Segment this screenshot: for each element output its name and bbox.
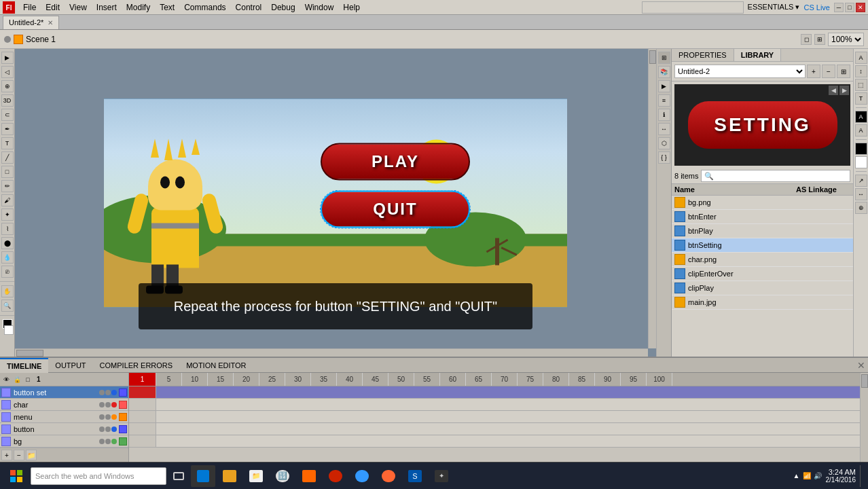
canvas-scrollbar-v[interactable]	[648, 49, 656, 348]
fr-tool-1[interactable]: A	[855, 52, 867, 64]
taskbar-app-8[interactable]	[376, 465, 401, 487]
tray-arrow[interactable]: ▲	[793, 472, 800, 479]
paint-bucket-tool[interactable]: ⬤	[1, 237, 14, 249]
zoom-select[interactable]: 100%	[828, 33, 864, 46]
task-view-btn[interactable]	[168, 465, 189, 487]
timeline-close[interactable]: ✕	[857, 360, 865, 371]
menu-text[interactable]: Text	[156, 1, 179, 14]
bone-tool[interactable]: ⌇	[1, 223, 14, 235]
components-icon[interactable]: ⬡	[658, 137, 670, 149]
clip-mode-btn[interactable]: ◻	[801, 34, 812, 45]
lock-dot-0[interactable]	[105, 390, 111, 395]
fr-tool-5[interactable]: A	[855, 111, 867, 123]
menu-file[interactable]: File	[19, 1, 40, 14]
tab-properties[interactable]: PROPERTIES	[672, 49, 734, 61]
fr-tool-7[interactable]: ↗	[855, 175, 867, 187]
taskbar-app-2[interactable]	[217, 465, 242, 487]
pen-tool[interactable]: ✒	[1, 123, 14, 135]
taskbar-app-4[interactable]: 🔢	[270, 465, 295, 487]
canvas-scrollbar-h[interactable]	[15, 348, 648, 357]
scene-nav-left[interactable]	[4, 36, 11, 43]
add-layer-btn[interactable]: +	[1, 450, 12, 460]
fr-color-2[interactable]	[855, 156, 867, 168]
tab-timeline[interactable]: TIMELINE	[0, 358, 48, 373]
library-search[interactable]	[701, 170, 850, 182]
fr-tool-2[interactable]: ↕	[855, 65, 867, 77]
outline-dot-1[interactable]	[111, 402, 117, 408]
play-button[interactable]: PLAY	[321, 143, 470, 180]
taskbar-app-9[interactable]: S	[403, 465, 427, 487]
fr-tool-4[interactable]: T	[855, 92, 867, 105]
tab-compiler-errors[interactable]: COMPILER ERRORS	[93, 358, 180, 373]
layer-button[interactable]: button	[0, 423, 128, 435]
layer-char[interactable]: char	[0, 399, 128, 411]
lock-icon[interactable]: 🔒	[12, 375, 22, 384]
taskbar-app-6[interactable]	[323, 465, 348, 487]
fr-tool-8[interactable]: ↔	[855, 188, 867, 200]
lib-item-6[interactable]: clipPlay	[672, 281, 853, 295]
tray-sound[interactable]: 🔊	[814, 472, 822, 479]
lib-item-5[interactable]: clipEnterOver	[672, 267, 853, 281]
menu-modify[interactable]: Modify	[122, 1, 154, 14]
eyedropper-tool[interactable]: 💧	[1, 251, 14, 264]
text-tool[interactable]: T	[1, 137, 14, 149]
eraser-tool[interactable]: ⎚	[1, 266, 14, 278]
taskbar-app-10[interactable]: ✦	[429, 465, 454, 487]
rect-tool[interactable]: □	[1, 166, 14, 178]
taskbar-app-7[interactable]	[350, 465, 374, 487]
subselect-tool[interactable]: ◁	[1, 66, 14, 78]
fr-color-1[interactable]	[855, 143, 867, 155]
fill-color[interactable]	[4, 325, 14, 335]
view-btn[interactable]: ⊞	[814, 34, 825, 45]
essentials-btn[interactable]: ESSENTIALS ▾	[748, 3, 800, 12]
outline-dot-0[interactable]	[111, 390, 117, 395]
visibility-dot-4[interactable]	[99, 439, 105, 444]
eye-icon[interactable]: 👁	[1, 375, 11, 384]
show-desktop-btn[interactable]	[860, 465, 864, 487]
layer-menu[interactable]: menu	[0, 411, 128, 423]
cs-live-btn[interactable]: CS Live	[803, 3, 830, 12]
menu-view[interactable]: View	[65, 1, 91, 14]
menu-insert[interactable]: Insert	[92, 1, 121, 14]
lib-item-0[interactable]: bg.png	[672, 196, 853, 210]
taskbar-app-3[interactable]: 📁	[244, 465, 268, 487]
fr-tool-6[interactable]: A	[855, 124, 867, 137]
tab-close[interactable]: ✕	[48, 19, 53, 26]
tab-output[interactable]: OUTPUT	[48, 358, 92, 373]
visibility-dot-3[interactable]	[99, 427, 105, 432]
library-select[interactable]: Untitled-2	[674, 65, 806, 78]
minimize-btn[interactable]: ─	[834, 3, 844, 12]
visibility-dot-1[interactable]	[99, 402, 105, 408]
properties-icon[interactable]: ⊞	[658, 52, 670, 64]
lock-dot-4[interactable]	[105, 439, 111, 444]
start-button[interactable]	[4, 465, 29, 487]
tab-motion-editor[interactable]: MOTION EDITOR	[179, 358, 253, 373]
select-tool[interactable]: ▶	[1, 52, 14, 64]
outline-dot-4[interactable]	[111, 439, 117, 444]
delete-layer-btn[interactable]: −	[14, 450, 24, 460]
restore-btn[interactable]: □	[845, 3, 854, 12]
tray-network[interactable]: 📶	[803, 472, 811, 479]
taskbar-search[interactable]: Search the web and Windows	[31, 467, 166, 485]
visibility-dot-0[interactable]	[99, 390, 105, 395]
layer-folder-btn[interactable]: 📁	[26, 450, 37, 460]
close-btn[interactable]: ✕	[856, 3, 865, 12]
quit-button[interactable]: QUIT	[321, 190, 470, 228]
menu-debug[interactable]: Debug	[267, 1, 299, 14]
menu-window[interactable]: Window	[301, 1, 338, 14]
tab-library[interactable]: LIBRARY	[734, 49, 781, 61]
brush-tool[interactable]: 🖌	[1, 194, 14, 206]
lib-item-4[interactable]: char.png	[672, 253, 853, 267]
pencil-tool[interactable]: ✏	[1, 180, 14, 192]
menu-edit[interactable]: Edit	[41, 1, 64, 14]
threed-tool[interactable]: 3D	[1, 94, 14, 107]
taskbar-app-5[interactable]	[297, 465, 321, 487]
fr-tool-3[interactable]: ⬚	[855, 79, 867, 91]
menu-control[interactable]: Control	[232, 1, 266, 14]
info-icon[interactable]: ℹ	[658, 109, 670, 121]
layer-button-set[interactable]: button set	[0, 386, 128, 399]
lib-item-1[interactable]: btnEnter	[672, 210, 853, 224]
visibility-dot-2[interactable]	[99, 414, 105, 420]
taskbar-app-1[interactable]	[191, 465, 215, 487]
line-tool[interactable]: ╱	[1, 151, 14, 164]
